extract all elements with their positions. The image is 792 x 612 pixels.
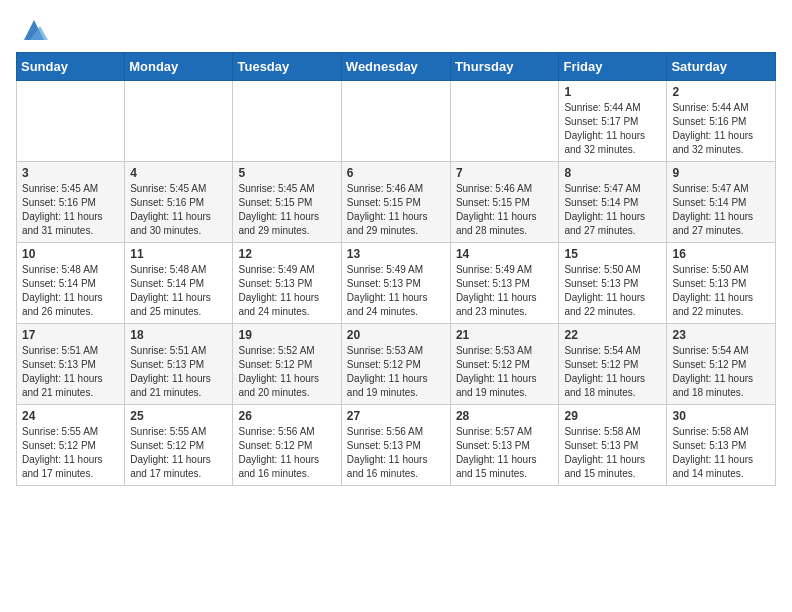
day-info: Sunrise: 5:47 AM Sunset: 5:14 PM Dayligh… xyxy=(672,182,770,238)
calendar-cell: 17Sunrise: 5:51 AM Sunset: 5:13 PM Dayli… xyxy=(17,324,125,405)
day-info: Sunrise: 5:49 AM Sunset: 5:13 PM Dayligh… xyxy=(238,263,335,319)
day-info: Sunrise: 5:49 AM Sunset: 5:13 PM Dayligh… xyxy=(456,263,554,319)
day-number: 30 xyxy=(672,409,770,423)
calendar-cell: 10Sunrise: 5:48 AM Sunset: 5:14 PM Dayli… xyxy=(17,243,125,324)
calendar-week-row: 1Sunrise: 5:44 AM Sunset: 5:17 PM Daylig… xyxy=(17,81,776,162)
day-number: 12 xyxy=(238,247,335,261)
day-number: 23 xyxy=(672,328,770,342)
day-info: Sunrise: 5:46 AM Sunset: 5:15 PM Dayligh… xyxy=(347,182,445,238)
day-info: Sunrise: 5:56 AM Sunset: 5:12 PM Dayligh… xyxy=(238,425,335,481)
weekday-header: Thursday xyxy=(450,53,559,81)
calendar-cell xyxy=(341,81,450,162)
day-info: Sunrise: 5:52 AM Sunset: 5:12 PM Dayligh… xyxy=(238,344,335,400)
day-number: 20 xyxy=(347,328,445,342)
calendar-week-row: 17Sunrise: 5:51 AM Sunset: 5:13 PM Dayli… xyxy=(17,324,776,405)
day-info: Sunrise: 5:55 AM Sunset: 5:12 PM Dayligh… xyxy=(22,425,119,481)
day-info: Sunrise: 5:50 AM Sunset: 5:13 PM Dayligh… xyxy=(564,263,661,319)
day-info: Sunrise: 5:50 AM Sunset: 5:13 PM Dayligh… xyxy=(672,263,770,319)
day-number: 29 xyxy=(564,409,661,423)
calendar-week-row: 3Sunrise: 5:45 AM Sunset: 5:16 PM Daylig… xyxy=(17,162,776,243)
calendar-week-row: 10Sunrise: 5:48 AM Sunset: 5:14 PM Dayli… xyxy=(17,243,776,324)
weekday-header: Tuesday xyxy=(233,53,341,81)
day-info: Sunrise: 5:45 AM Sunset: 5:16 PM Dayligh… xyxy=(130,182,227,238)
day-info: Sunrise: 5:44 AM Sunset: 5:16 PM Dayligh… xyxy=(672,101,770,157)
day-number: 11 xyxy=(130,247,227,261)
day-info: Sunrise: 5:56 AM Sunset: 5:13 PM Dayligh… xyxy=(347,425,445,481)
calendar-cell: 24Sunrise: 5:55 AM Sunset: 5:12 PM Dayli… xyxy=(17,405,125,486)
calendar-cell: 1Sunrise: 5:44 AM Sunset: 5:17 PM Daylig… xyxy=(559,81,667,162)
calendar-cell: 18Sunrise: 5:51 AM Sunset: 5:13 PM Dayli… xyxy=(125,324,233,405)
calendar-cell: 8Sunrise: 5:47 AM Sunset: 5:14 PM Daylig… xyxy=(559,162,667,243)
day-number: 27 xyxy=(347,409,445,423)
calendar-cell: 4Sunrise: 5:45 AM Sunset: 5:16 PM Daylig… xyxy=(125,162,233,243)
calendar-cell: 23Sunrise: 5:54 AM Sunset: 5:12 PM Dayli… xyxy=(667,324,776,405)
calendar-cell: 21Sunrise: 5:53 AM Sunset: 5:12 PM Dayli… xyxy=(450,324,559,405)
calendar-cell: 2Sunrise: 5:44 AM Sunset: 5:16 PM Daylig… xyxy=(667,81,776,162)
logo-icon xyxy=(20,16,48,44)
day-number: 14 xyxy=(456,247,554,261)
weekday-header: Wednesday xyxy=(341,53,450,81)
calendar-cell: 22Sunrise: 5:54 AM Sunset: 5:12 PM Dayli… xyxy=(559,324,667,405)
day-info: Sunrise: 5:54 AM Sunset: 5:12 PM Dayligh… xyxy=(564,344,661,400)
weekday-header: Sunday xyxy=(17,53,125,81)
day-number: 18 xyxy=(130,328,227,342)
day-info: Sunrise: 5:48 AM Sunset: 5:14 PM Dayligh… xyxy=(22,263,119,319)
day-number: 21 xyxy=(456,328,554,342)
calendar-cell: 25Sunrise: 5:55 AM Sunset: 5:12 PM Dayli… xyxy=(125,405,233,486)
day-info: Sunrise: 5:54 AM Sunset: 5:12 PM Dayligh… xyxy=(672,344,770,400)
calendar-cell: 19Sunrise: 5:52 AM Sunset: 5:12 PM Dayli… xyxy=(233,324,341,405)
logo xyxy=(16,16,48,44)
calendar-cell: 14Sunrise: 5:49 AM Sunset: 5:13 PM Dayli… xyxy=(450,243,559,324)
day-info: Sunrise: 5:44 AM Sunset: 5:17 PM Dayligh… xyxy=(564,101,661,157)
day-number: 10 xyxy=(22,247,119,261)
day-number: 26 xyxy=(238,409,335,423)
day-number: 17 xyxy=(22,328,119,342)
weekday-header: Friday xyxy=(559,53,667,81)
day-number: 13 xyxy=(347,247,445,261)
calendar-week-row: 24Sunrise: 5:55 AM Sunset: 5:12 PM Dayli… xyxy=(17,405,776,486)
day-info: Sunrise: 5:53 AM Sunset: 5:12 PM Dayligh… xyxy=(456,344,554,400)
calendar-cell: 7Sunrise: 5:46 AM Sunset: 5:15 PM Daylig… xyxy=(450,162,559,243)
day-number: 6 xyxy=(347,166,445,180)
day-info: Sunrise: 5:45 AM Sunset: 5:16 PM Dayligh… xyxy=(22,182,119,238)
day-number: 1 xyxy=(564,85,661,99)
day-info: Sunrise: 5:45 AM Sunset: 5:15 PM Dayligh… xyxy=(238,182,335,238)
day-info: Sunrise: 5:53 AM Sunset: 5:12 PM Dayligh… xyxy=(347,344,445,400)
calendar-cell xyxy=(17,81,125,162)
day-number: 9 xyxy=(672,166,770,180)
day-info: Sunrise: 5:58 AM Sunset: 5:13 PM Dayligh… xyxy=(564,425,661,481)
day-number: 24 xyxy=(22,409,119,423)
calendar-cell: 30Sunrise: 5:58 AM Sunset: 5:13 PM Dayli… xyxy=(667,405,776,486)
day-number: 4 xyxy=(130,166,227,180)
calendar-header-row: SundayMondayTuesdayWednesdayThursdayFrid… xyxy=(17,53,776,81)
calendar-table: SundayMondayTuesdayWednesdayThursdayFrid… xyxy=(16,52,776,486)
calendar-cell xyxy=(125,81,233,162)
calendar-cell: 15Sunrise: 5:50 AM Sunset: 5:13 PM Dayli… xyxy=(559,243,667,324)
calendar-cell: 5Sunrise: 5:45 AM Sunset: 5:15 PM Daylig… xyxy=(233,162,341,243)
day-number: 25 xyxy=(130,409,227,423)
page-header xyxy=(16,16,776,44)
day-info: Sunrise: 5:58 AM Sunset: 5:13 PM Dayligh… xyxy=(672,425,770,481)
day-info: Sunrise: 5:55 AM Sunset: 5:12 PM Dayligh… xyxy=(130,425,227,481)
weekday-header: Monday xyxy=(125,53,233,81)
calendar-cell: 9Sunrise: 5:47 AM Sunset: 5:14 PM Daylig… xyxy=(667,162,776,243)
calendar-cell: 28Sunrise: 5:57 AM Sunset: 5:13 PM Dayli… xyxy=(450,405,559,486)
day-number: 16 xyxy=(672,247,770,261)
day-info: Sunrise: 5:51 AM Sunset: 5:13 PM Dayligh… xyxy=(22,344,119,400)
day-info: Sunrise: 5:49 AM Sunset: 5:13 PM Dayligh… xyxy=(347,263,445,319)
day-number: 7 xyxy=(456,166,554,180)
day-number: 19 xyxy=(238,328,335,342)
day-number: 28 xyxy=(456,409,554,423)
calendar-cell: 6Sunrise: 5:46 AM Sunset: 5:15 PM Daylig… xyxy=(341,162,450,243)
day-number: 15 xyxy=(564,247,661,261)
calendar-cell xyxy=(450,81,559,162)
day-number: 22 xyxy=(564,328,661,342)
day-info: Sunrise: 5:47 AM Sunset: 5:14 PM Dayligh… xyxy=(564,182,661,238)
calendar-cell xyxy=(233,81,341,162)
calendar-cell: 16Sunrise: 5:50 AM Sunset: 5:13 PM Dayli… xyxy=(667,243,776,324)
day-number: 3 xyxy=(22,166,119,180)
day-number: 2 xyxy=(672,85,770,99)
calendar-cell: 13Sunrise: 5:49 AM Sunset: 5:13 PM Dayli… xyxy=(341,243,450,324)
calendar-cell: 20Sunrise: 5:53 AM Sunset: 5:12 PM Dayli… xyxy=(341,324,450,405)
calendar-cell: 26Sunrise: 5:56 AM Sunset: 5:12 PM Dayli… xyxy=(233,405,341,486)
